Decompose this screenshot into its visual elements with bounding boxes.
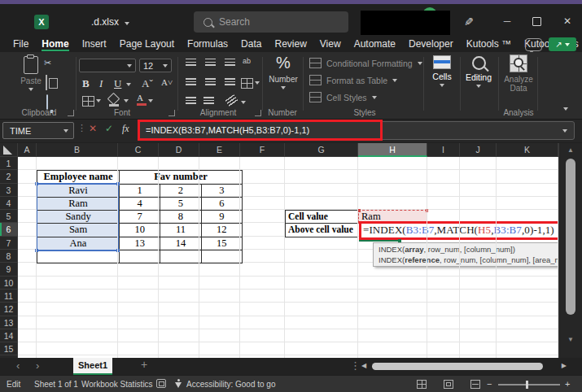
scrollbar-grip-icon[interactable]: ⋮ <box>350 360 361 372</box>
font-name-combo[interactable] <box>79 59 136 72</box>
row-header-11[interactable]: 11 <box>0 290 18 303</box>
fill-color-icon[interactable] <box>109 94 119 107</box>
column-header-d[interactable]: D <box>159 143 199 157</box>
employee-name-cell[interactable]: Sam <box>37 224 120 237</box>
maximize-button[interactable] <box>524 12 549 30</box>
prev-sheet-icon[interactable]: ‹ <box>16 360 20 372</box>
menu-tab-automate[interactable]: Automate <box>354 38 396 50</box>
fav-number-cell[interactable]: 7 <box>120 211 160 224</box>
fav-number-header[interactable]: Fav number <box>120 171 243 184</box>
page-layout-view-icon[interactable] <box>444 380 453 389</box>
cancel-entry-icon[interactable]: ✕ <box>89 123 97 134</box>
fav-number-cell[interactable]: 10 <box>120 224 160 237</box>
align-left-icon[interactable] <box>186 78 196 85</box>
alignment-dialog-launcher[interactable] <box>255 110 261 116</box>
font-color-icon[interactable]: A <box>137 93 147 106</box>
row-header-2[interactable]: 2 <box>0 170 18 183</box>
fav-number-cell[interactable]: 5 <box>160 197 201 210</box>
search-box[interactable]: Search <box>194 11 348 33</box>
fav-number-cell[interactable]: 9 <box>201 211 242 224</box>
fav-number-cell[interactable]: 14 <box>160 237 201 250</box>
employee-name-cell[interactable]: Ana <box>37 237 120 250</box>
row-header-14[interactable]: 14 <box>0 329 18 342</box>
cut-icon[interactable]: ✂ <box>44 58 51 68</box>
collapse-ribbon-icon[interactable] <box>563 107 568 111</box>
zoom-out-button[interactable]: − <box>487 379 492 389</box>
employee-name-cell[interactable]: Sandy <box>37 211 120 224</box>
font-dialog-launcher[interactable] <box>168 110 175 116</box>
employee-table[interactable]: Employee name Fav number Ravi123Ram456Sa… <box>37 170 243 264</box>
horizontal-scrollbar[interactable]: ◀ ▶ <box>361 360 567 372</box>
zoom-slider-handle[interactable] <box>526 381 528 389</box>
column-header-k[interactable]: K <box>497 143 558 157</box>
row-header-6[interactable]: 6 <box>0 223 18 236</box>
cells-button[interactable]: Cells <box>427 55 457 87</box>
font-color-chevron-icon[interactable] <box>148 99 153 102</box>
borders-icon[interactable] <box>82 96 94 107</box>
row-header-3[interactable]: 3 <box>0 184 18 197</box>
next-sheet-icon[interactable]: › <box>36 360 39 372</box>
align-middle-icon[interactable] <box>205 59 216 66</box>
menu-tab-developer[interactable]: Developer <box>409 38 453 50</box>
comments-button[interactable] <box>525 38 542 51</box>
column-header-g[interactable]: G <box>285 143 358 157</box>
decrease-indent-icon[interactable] <box>186 97 196 104</box>
font-size-combo[interactable]: 12 <box>139 59 172 72</box>
empty-cell[interactable] <box>160 250 201 264</box>
formula-input[interactable]: =INDEX(B3:B7,MATCH(H5,B3:B7,0)-1,1) <box>138 121 575 140</box>
accessibility-status[interactable]: Accessibility: Good to go <box>186 379 276 390</box>
horizontal-scroll-thumb[interactable] <box>372 363 543 370</box>
menu-tab-review[interactable]: Review <box>274 38 306 50</box>
row-header-8[interactable]: 8 <box>0 250 18 263</box>
editing-button[interactable]: Editing <box>464 56 493 88</box>
page-break-view-icon[interactable] <box>470 380 480 389</box>
menu-tab-page-layout[interactable]: Page Layout <box>120 38 174 50</box>
bold-button[interactable]: B <box>82 77 90 90</box>
cell-grid[interactable]: Employee name Fav number Ravi123Ram456Sa… <box>18 157 558 358</box>
menu-tab-view[interactable]: View <box>320 38 341 50</box>
row-header-13[interactable]: 13 <box>0 316 18 329</box>
new-sheet-button[interactable]: + <box>141 359 147 370</box>
menu-tab-insert[interactable]: Insert <box>82 38 107 50</box>
employee-name-header[interactable]: Employee name <box>37 171 120 184</box>
share-button[interactable]: ↗ <box>549 37 576 51</box>
analyze-data-button[interactable]: Analyze Data <box>502 54 535 93</box>
row-header-1[interactable]: 1 <box>0 157 18 170</box>
fav-number-cell[interactable]: 4 <box>120 197 160 210</box>
name-box[interactable]: TIME <box>2 122 74 139</box>
display-settings-icon[interactable] <box>156 379 166 388</box>
copy-icon[interactable] <box>46 75 47 90</box>
align-top-icon[interactable] <box>186 59 196 66</box>
cell-styles-button[interactable]: Cell Styles <box>309 92 377 102</box>
menu-tab-formulas[interactable]: Formulas <box>187 38 228 50</box>
empty-cell[interactable] <box>37 250 120 264</box>
vertical-scrollbar[interactable]: ▲ ▼ <box>558 143 582 358</box>
column-header-b[interactable]: B <box>37 143 118 157</box>
empty-cell[interactable] <box>201 250 242 264</box>
row-header-10[interactable]: 10 <box>0 277 18 290</box>
align-center-icon[interactable] <box>205 78 216 85</box>
conditional-formatting-button[interactable]: Conditional Formatting <box>309 58 422 68</box>
fav-number-cell[interactable]: 12 <box>201 224 242 237</box>
zoom-slider-track[interactable] <box>498 384 560 385</box>
scroll-right-icon[interactable]: ▶ <box>562 362 567 369</box>
zoom-in-button[interactable]: + <box>565 379 570 389</box>
row-header-4[interactable]: 4 <box>0 197 18 210</box>
column-header-e[interactable]: E <box>199 143 240 157</box>
employee-name-cell[interactable]: Ram <box>37 197 120 210</box>
empty-cell[interactable] <box>120 250 160 264</box>
menu-tab-data[interactable]: Data <box>241 38 261 50</box>
column-header-j[interactable]: J <box>460 143 497 157</box>
fav-number-cell[interactable]: 13 <box>120 237 160 250</box>
select-all-button[interactable] <box>0 143 18 157</box>
row-header-9[interactable]: 9 <box>0 263 18 276</box>
row-header-5[interactable]: 5 <box>0 210 18 223</box>
row-header-12[interactable]: 12 <box>0 303 18 316</box>
fav-number-cell[interactable]: 1 <box>120 184 160 197</box>
workbook-statistics[interactable]: Workbook Statistics <box>81 379 153 390</box>
italic-button[interactable]: I <box>99 77 103 90</box>
column-header-f[interactable]: F <box>240 143 285 157</box>
confirm-entry-icon[interactable]: ✓ <box>105 123 113 134</box>
merge-chevron-icon[interactable] <box>255 81 260 85</box>
column-header-a[interactable]: A <box>18 143 37 157</box>
